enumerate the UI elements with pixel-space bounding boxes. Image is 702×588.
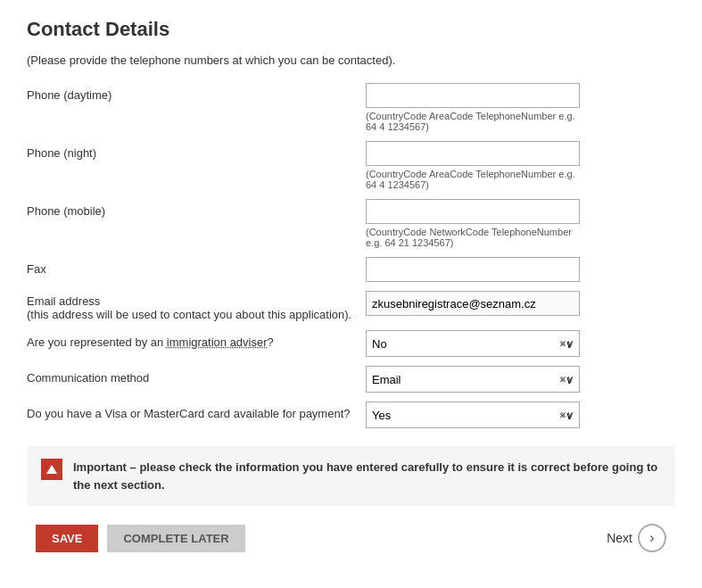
phone-night-hint: (CountryCode AreaCode TelephoneNumber e.… bbox=[366, 169, 580, 190]
next-circle-icon: › bbox=[638, 524, 666, 552]
warning-icon bbox=[41, 459, 62, 480]
immigration-adviser-select-wrapper: No Yes ×∨ bbox=[366, 330, 580, 357]
visa-card-select[interactable]: Yes No bbox=[366, 402, 580, 428]
form-subtitle: (Please provide the telephone numbers at… bbox=[27, 54, 675, 67]
phone-daytime-label: Phone (daytime) bbox=[27, 83, 366, 102]
immigration-adviser-select[interactable]: No Yes bbox=[366, 330, 580, 357]
fax-label: Fax bbox=[27, 257, 366, 276]
email-input[interactable] bbox=[366, 291, 580, 316]
next-label: Next bbox=[607, 531, 632, 545]
fax-input[interactable] bbox=[366, 257, 580, 282]
phone-mobile-hint: (CountryCode NetworkCode TelephoneNumber… bbox=[366, 227, 580, 248]
footer-buttons: SAVE COMPLETE LATER Next › bbox=[27, 524, 675, 552]
warning-text: Important – please check the information… bbox=[73, 459, 661, 493]
complete-later-button[interactable]: COMPLETE LATER bbox=[107, 525, 244, 552]
page-title: Contact Details bbox=[27, 18, 675, 41]
email-label: Email address (this address will be used… bbox=[27, 291, 366, 321]
warning-box: Important – please check the information… bbox=[27, 446, 675, 506]
phone-daytime-hint: (CountryCode AreaCode TelephoneNumber e.… bbox=[366, 111, 580, 132]
phone-night-label: Phone (night) bbox=[27, 141, 366, 160]
communication-method-select-wrapper: Email Post Phone ×∨ bbox=[366, 366, 580, 393]
phone-mobile-label: Phone (mobile) bbox=[27, 199, 366, 218]
save-button[interactable]: SAVE bbox=[36, 525, 98, 552]
footer-left-buttons: SAVE COMPLETE LATER bbox=[36, 525, 245, 552]
visa-card-select-wrapper: Yes No ×∨ bbox=[366, 402, 580, 428]
communication-method-select[interactable]: Email Post Phone bbox=[366, 366, 580, 393]
phone-daytime-input[interactable] bbox=[366, 83, 580, 108]
immigration-adviser-label: Are you represented by an immigration ad… bbox=[27, 330, 366, 349]
next-button[interactable]: Next › bbox=[607, 524, 666, 552]
visa-card-label: Do you have a Visa or MasterCard card av… bbox=[27, 402, 366, 420]
phone-mobile-input[interactable] bbox=[366, 199, 580, 224]
phone-night-input[interactable] bbox=[366, 141, 580, 166]
immigration-adviser-link[interactable]: immigration adviser bbox=[167, 335, 268, 349]
communication-method-label: Communication method bbox=[27, 366, 366, 385]
